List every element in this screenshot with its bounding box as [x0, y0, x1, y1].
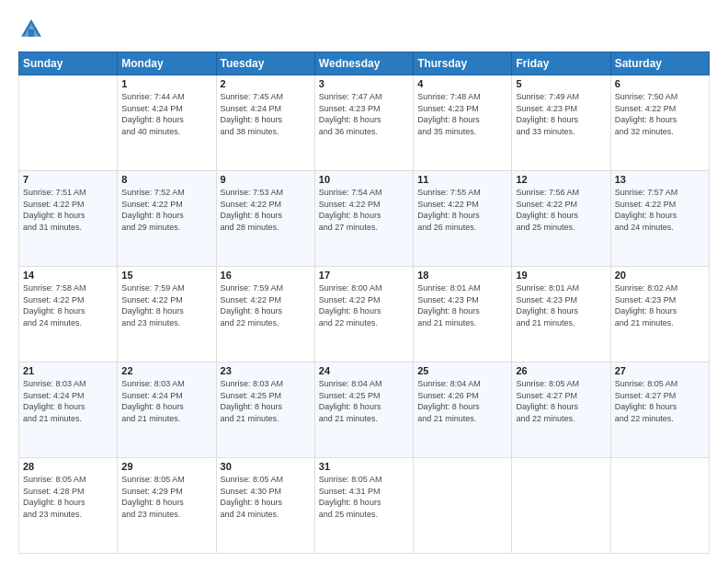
- day-info: Sunrise: 7:45 AM Sunset: 4:24 PM Dayligh…: [221, 91, 311, 137]
- calendar-cell: 6Sunrise: 7:50 AM Sunset: 4:22 PM Daylig…: [610, 75, 709, 171]
- day-info: Sunrise: 8:03 AM Sunset: 4:24 PM Dayligh…: [23, 378, 113, 424]
- calendar-cell: 13Sunrise: 7:57 AM Sunset: 4:22 PM Dayli…: [610, 171, 709, 267]
- day-info: Sunrise: 7:55 AM Sunset: 4:22 PM Dayligh…: [417, 187, 507, 233]
- calendar-cell: [610, 458, 709, 554]
- logo: [18, 17, 48, 42]
- day-info: Sunrise: 8:03 AM Sunset: 4:25 PM Dayligh…: [221, 378, 311, 424]
- day-info: Sunrise: 7:44 AM Sunset: 4:24 PM Dayligh…: [121, 91, 211, 137]
- calendar-cell: [512, 458, 610, 554]
- header-tuesday: Tuesday: [216, 52, 314, 75]
- day-number: 18: [417, 270, 507, 281]
- calendar-cell: 4Sunrise: 7:48 AM Sunset: 4:23 PM Daylig…: [414, 75, 512, 171]
- calendar-cell: 7Sunrise: 7:51 AM Sunset: 4:22 PM Daylig…: [19, 171, 118, 267]
- day-info: Sunrise: 8:04 AM Sunset: 4:25 PM Dayligh…: [319, 378, 409, 424]
- calendar-cell: 31Sunrise: 8:05 AM Sunset: 4:31 PM Dayli…: [314, 458, 413, 554]
- calendar-cell: 27Sunrise: 8:05 AM Sunset: 4:27 PM Dayli…: [610, 362, 709, 458]
- header-sunday: Sunday: [19, 52, 118, 75]
- day-number: 14: [23, 270, 113, 281]
- day-info: Sunrise: 7:57 AM Sunset: 4:22 PM Dayligh…: [615, 187, 705, 233]
- day-number: 21: [23, 365, 113, 376]
- day-number: 7: [23, 174, 113, 185]
- calendar-week-row: 1Sunrise: 7:44 AM Sunset: 4:24 PM Daylig…: [19, 75, 710, 171]
- day-info: Sunrise: 7:52 AM Sunset: 4:22 PM Dayligh…: [121, 187, 211, 233]
- calendar-cell: 19Sunrise: 8:01 AM Sunset: 4:23 PM Dayli…: [512, 267, 610, 362]
- svg-rect-2: [28, 29, 34, 37]
- day-info: Sunrise: 8:05 AM Sunset: 4:27 PM Dayligh…: [615, 378, 705, 424]
- day-number: 20: [615, 270, 705, 281]
- calendar-cell: 21Sunrise: 8:03 AM Sunset: 4:24 PM Dayli…: [19, 362, 118, 458]
- calendar-cell: 15Sunrise: 7:59 AM Sunset: 4:22 PM Dayli…: [118, 267, 216, 362]
- day-number: 12: [516, 174, 606, 185]
- day-info: Sunrise: 8:05 AM Sunset: 4:29 PM Dayligh…: [121, 474, 211, 520]
- day-number: 17: [319, 270, 409, 281]
- day-number: 5: [516, 78, 606, 89]
- calendar-cell: 18Sunrise: 8:01 AM Sunset: 4:23 PM Dayli…: [414, 267, 512, 362]
- day-number: 31: [319, 461, 409, 472]
- calendar-cell: 28Sunrise: 8:05 AM Sunset: 4:28 PM Dayli…: [19, 458, 118, 554]
- day-info: Sunrise: 7:56 AM Sunset: 4:22 PM Dayligh…: [516, 187, 606, 233]
- header-thursday: Thursday: [414, 52, 512, 75]
- calendar-cell: 30Sunrise: 8:05 AM Sunset: 4:30 PM Dayli…: [216, 458, 314, 554]
- day-number: 22: [121, 365, 211, 376]
- header-monday: Monday: [118, 52, 216, 75]
- calendar-week-row: 28Sunrise: 8:05 AM Sunset: 4:28 PM Dayli…: [19, 458, 710, 554]
- day-number: 26: [516, 365, 606, 376]
- weekday-header-row: Sunday Monday Tuesday Wednesday Thursday…: [19, 52, 710, 75]
- day-info: Sunrise: 8:05 AM Sunset: 4:27 PM Dayligh…: [516, 378, 606, 424]
- calendar-cell: 17Sunrise: 8:00 AM Sunset: 4:22 PM Dayli…: [314, 267, 413, 362]
- calendar-cell: 22Sunrise: 8:03 AM Sunset: 4:24 PM Dayli…: [118, 362, 216, 458]
- day-number: 8: [121, 174, 211, 185]
- day-info: Sunrise: 7:58 AM Sunset: 4:22 PM Dayligh…: [23, 282, 113, 328]
- day-number: 23: [221, 365, 311, 376]
- day-info: Sunrise: 8:01 AM Sunset: 4:23 PM Dayligh…: [417, 282, 507, 328]
- day-number: 4: [417, 78, 507, 89]
- calendar-cell: 1Sunrise: 7:44 AM Sunset: 4:24 PM Daylig…: [118, 75, 216, 171]
- day-number: 16: [221, 270, 311, 281]
- calendar-week-row: 21Sunrise: 8:03 AM Sunset: 4:24 PM Dayli…: [19, 362, 710, 458]
- day-info: Sunrise: 7:49 AM Sunset: 4:23 PM Dayligh…: [516, 91, 606, 137]
- day-info: Sunrise: 7:47 AM Sunset: 4:23 PM Dayligh…: [319, 91, 409, 137]
- calendar-cell: 11Sunrise: 7:55 AM Sunset: 4:22 PM Dayli…: [414, 171, 512, 267]
- calendar-cell: 2Sunrise: 7:45 AM Sunset: 4:24 PM Daylig…: [216, 75, 314, 171]
- day-number: 28: [23, 461, 113, 472]
- day-number: 1: [121, 78, 211, 89]
- day-info: Sunrise: 8:00 AM Sunset: 4:22 PM Dayligh…: [319, 282, 409, 328]
- day-number: 19: [516, 270, 606, 281]
- calendar-cell: 12Sunrise: 7:56 AM Sunset: 4:22 PM Dayli…: [512, 171, 610, 267]
- calendar-cell: 16Sunrise: 7:59 AM Sunset: 4:22 PM Dayli…: [216, 267, 314, 362]
- day-number: 30: [221, 461, 311, 472]
- logo-icon: [18, 17, 44, 42]
- day-info: Sunrise: 7:48 AM Sunset: 4:23 PM Dayligh…: [417, 91, 507, 137]
- day-info: Sunrise: 8:05 AM Sunset: 4:30 PM Dayligh…: [221, 474, 311, 520]
- day-number: 2: [221, 78, 311, 89]
- calendar-week-row: 7Sunrise: 7:51 AM Sunset: 4:22 PM Daylig…: [19, 171, 710, 267]
- calendar-week-row: 14Sunrise: 7:58 AM Sunset: 4:22 PM Dayli…: [19, 267, 710, 362]
- calendar-cell: 14Sunrise: 7:58 AM Sunset: 4:22 PM Dayli…: [19, 267, 118, 362]
- calendar-table: Sunday Monday Tuesday Wednesday Thursday…: [18, 52, 710, 554]
- calendar-cell: 10Sunrise: 7:54 AM Sunset: 4:22 PM Dayli…: [314, 171, 413, 267]
- day-info: Sunrise: 8:02 AM Sunset: 4:23 PM Dayligh…: [615, 282, 705, 328]
- day-number: 11: [417, 174, 507, 185]
- day-number: 24: [319, 365, 409, 376]
- day-info: Sunrise: 8:01 AM Sunset: 4:23 PM Dayligh…: [516, 282, 606, 328]
- day-number: 3: [319, 78, 409, 89]
- calendar-cell: 9Sunrise: 7:53 AM Sunset: 4:22 PM Daylig…: [216, 171, 314, 267]
- header-wednesday: Wednesday: [314, 52, 413, 75]
- calendar-cell: 3Sunrise: 7:47 AM Sunset: 4:23 PM Daylig…: [314, 75, 413, 171]
- calendar-cell: [19, 75, 118, 171]
- day-number: 27: [615, 365, 705, 376]
- day-info: Sunrise: 7:59 AM Sunset: 4:22 PM Dayligh…: [221, 282, 311, 328]
- day-number: 29: [121, 461, 211, 472]
- day-number: 25: [417, 365, 507, 376]
- day-info: Sunrise: 7:50 AM Sunset: 4:22 PM Dayligh…: [615, 91, 705, 137]
- page-header: [18, 17, 710, 42]
- day-number: 15: [121, 270, 211, 281]
- day-number: 6: [615, 78, 705, 89]
- calendar-cell: 25Sunrise: 8:04 AM Sunset: 4:26 PM Dayli…: [414, 362, 512, 458]
- day-number: 13: [615, 174, 705, 185]
- calendar-cell: [414, 458, 512, 554]
- day-info: Sunrise: 8:04 AM Sunset: 4:26 PM Dayligh…: [417, 378, 507, 424]
- day-number: 10: [319, 174, 409, 185]
- day-info: Sunrise: 8:05 AM Sunset: 4:31 PM Dayligh…: [319, 474, 409, 520]
- header-saturday: Saturday: [610, 52, 709, 75]
